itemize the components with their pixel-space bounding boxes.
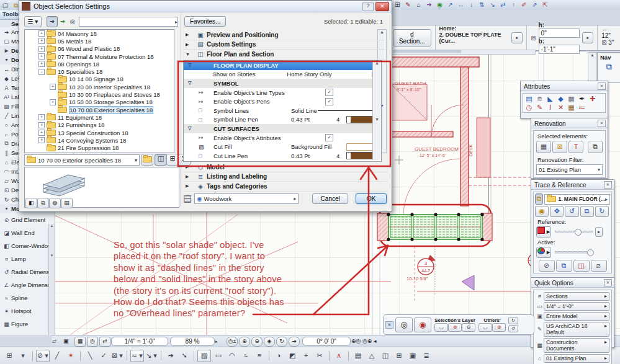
width-value[interactable]: 12" [601, 32, 611, 39]
zoom-control-icon[interactable]: ⊕ [239, 337, 250, 347]
h-field[interactable]: 0" [539, 29, 580, 38]
reference-color-button[interactable]: ▸ [536, 226, 551, 237]
bottom-tool-icon[interactable]: ∧ [333, 350, 345, 362]
view-four-pane-button[interactable]: ⊞ [166, 154, 179, 166]
bottom-tool-icon[interactable] [269, 351, 269, 361]
reference-more-button[interactable]: ▸ [595, 227, 603, 237]
accordion-arrow[interactable]: ▼ [183, 52, 194, 56]
settings-row[interactable]: ▽ SYMBOL [184, 79, 381, 88]
toolbar-icon[interactable]: ↔ [456, 1, 465, 9]
tree-item[interactable]: 21 Fire Suppression 18 [25, 144, 174, 151]
trace-display-button[interactable]: ⊘ [539, 260, 555, 272]
trace-toggle-button[interactable]: ⧉ [535, 193, 543, 205]
dialog-titlebar[interactable]: Object Selection Settings ? ✕ [19, 1, 392, 12]
toolbox-item[interactable]: ∠ Angle Dimension [0, 278, 55, 291]
settings-row[interactable]: □ Symbol Lines Solid Line [184, 106, 381, 115]
renovation-status-button[interactable]: T [568, 141, 583, 153]
collapse-triangle[interactable]: ▽ [184, 81, 197, 86]
preview-info-button[interactable]: ▤ [61, 198, 73, 208]
row-checkbox[interactable]: ✓ [325, 89, 333, 96]
tree-item[interactable]: + 13 Special Construction 18 [25, 129, 174, 136]
scale-field[interactable]: 1/4" = 1'-0" [111, 337, 168, 346]
tree-item[interactable]: + 10 50 00 Storage Specialties 18 [25, 99, 174, 106]
attribute-icon[interactable]: ✕ [555, 103, 566, 112]
attribute-icon[interactable]: Ⅰ [545, 103, 555, 112]
bottom-tool-icon[interactable]: ≡ [253, 350, 266, 362]
quick-option-row[interactable]: ▣ Entire Model▸ [536, 312, 609, 321]
expand-toggle[interactable]: + [50, 99, 56, 105]
close-icon[interactable]: ✕ [604, 181, 612, 189]
toolbar-icon[interactable]: ⇅ [477, 1, 487, 9]
tree-item[interactable]: + 08 Openings 18 [25, 60, 174, 68]
row-value[interactable]: 0.43 Pt [291, 116, 325, 123]
toolbox-scrollbar[interactable]: ▲▼ [48, 224, 55, 335]
renovation-filter-button[interactable]: ⧉ [588, 141, 603, 153]
bottom-tool-icon[interactable]: ✶ [65, 350, 77, 362]
view-control-icon[interactable]: ◎ [87, 337, 98, 347]
collapse-triangle[interactable]: ▽ [184, 63, 197, 68]
attribute-icon[interactable]: ≔ [577, 103, 587, 112]
zoom-control-icon[interactable]: ⊖ [251, 337, 263, 347]
toolbar-icon[interactable]: ▢ [1, 1, 10, 9]
bottom-tool-icon[interactable]: ◑ [272, 350, 285, 362]
navigator-project-icon[interactable]: ⧉ [598, 62, 620, 72]
bottom-tool-icon[interactable]: ◩ [286, 350, 299, 362]
expand-toggle[interactable]: + [38, 61, 45, 67]
zoom-control-icon[interactable]: ◈ [264, 337, 275, 347]
tree-item[interactable]: + 11 Equipment 18 [25, 113, 174, 121]
bottom-tool-icon[interactable] [161, 351, 161, 361]
trace-display-button[interactable]: ◫ [573, 260, 590, 272]
bottom-tool-icon[interactable]: ⊞ [3, 350, 16, 362]
reference-intensity-slider[interactable] [555, 231, 593, 233]
toolbar-icon[interactable]: ⇗ [530, 1, 539, 9]
toolbox-item[interactable]: ≈ Spline [0, 291, 55, 304]
settings-row[interactable]: ▽ CUT SURFACES [184, 124, 381, 133]
quick-option-row[interactable]: ▭ 1/4" = 1'-0"▸ [536, 302, 609, 311]
row-value[interactable]: 0.43 Pt [291, 153, 325, 159]
bottom-tool-icon[interactable] [127, 351, 127, 361]
bottom-tool-icon[interactable]: ╲ [84, 350, 96, 362]
expand-toggle[interactable]: + [50, 84, 56, 90]
bottom-tool-icon[interactable]: ▭ [212, 350, 225, 362]
tree-item[interactable]: + 10 20 00 Interior Specialties 18 [25, 83, 174, 91]
accordion-section[interactable]: ▼ ◫ Floor Plan and Section [183, 50, 388, 60]
toolbar-icon[interactable]: ➔ ▾ [425, 1, 434, 9]
ok-button[interactable]: OK [356, 193, 387, 204]
accordion-section[interactable]: ▶ ▤ Custom Settings [183, 40, 388, 50]
bottom-tool-icon[interactable]: ⊞ [393, 350, 405, 362]
tree-view-mode-button[interactable]: ☰ ▾ [24, 16, 42, 27]
search-arrow[interactable]: ▸ [175, 19, 177, 25]
settings-row[interactable]: ▽ FLOOR PLAN DISPLAY [184, 61, 381, 70]
status-icon[interactable]: ▣ [63, 337, 73, 346]
bottom-tool-icon[interactable]: ➘ [178, 350, 191, 362]
bottom-tool-icon[interactable]: ▾ [17, 350, 29, 362]
bottom-tool-icon[interactable]: ✂ [313, 350, 326, 362]
attribute-icon[interactable]: ✎ [534, 103, 545, 112]
close-icon[interactable]: ✕ [598, 82, 606, 90]
tree-item[interactable]: + 05 Metals 18 [25, 37, 174, 45]
expand-toggle[interactable]: + [38, 53, 45, 60]
renovation-filter-dropdown[interactable]: 01 Existing Plan ▾ [536, 164, 603, 175]
preview-3d-button[interactable]: ⧉ [37, 198, 49, 208]
tree-item[interactable]: + 04 Masonry 18 [25, 30, 174, 37]
toolbox-item[interactable]: ✶ Hotspot [0, 304, 55, 317]
row-value[interactable]: Background Fill [291, 143, 325, 150]
close-icon[interactable]: ✕ [598, 120, 606, 127]
quick-option-row[interactable]: # Sections▸ [536, 292, 609, 301]
attribute-icon[interactable]: ✒ [577, 94, 587, 103]
toolbar-icon[interactable]: ↓ [467, 1, 476, 9]
status-tail-icon[interactable]: ⊕◎ [351, 337, 361, 346]
layer-dropdown[interactable]: ◉ Woodwork ▸ [194, 193, 299, 204]
others-show-button[interactable]: ◡ [478, 323, 492, 332]
view-two-pane-button[interactable]: ◫ [155, 154, 167, 166]
bottom-tool-icon[interactable]: ▨ [197, 350, 211, 362]
preview-2d-button[interactable]: ◧ [25, 198, 37, 208]
close-icon[interactable]: ✕ [385, 321, 393, 329]
help-button[interactable]: ? [362, 2, 374, 11]
toolbox-item[interactable]: ◧ Corner-Window [0, 239, 55, 252]
bottom-tool-icon[interactable]: ≂ ▾ [130, 350, 144, 362]
selection-show-button[interactable]: ◡ [434, 323, 448, 332]
bottom-tool-icon[interactable]: ╱ [51, 350, 63, 362]
undo-layer-button[interactable]: ↺ [508, 325, 518, 332]
toolbox-item[interactable]: ◪ Wall End [0, 226, 55, 239]
